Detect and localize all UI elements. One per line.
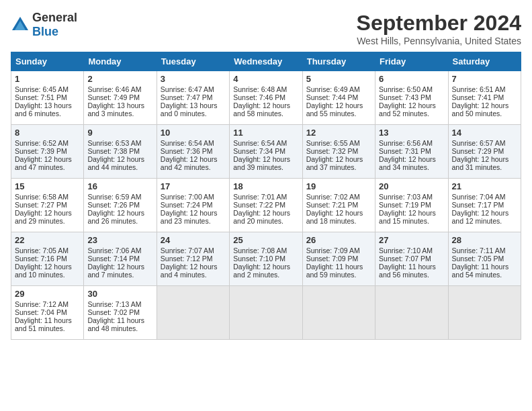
daylight-label: Daylight: 12 hours and 7 minutes. [87, 263, 144, 279]
daylight-label: Daylight: 12 hours and 20 minutes. [233, 209, 290, 225]
calendar-body: 1 Sunrise: 6:45 AM Sunset: 7:51 PM Dayli… [11, 71, 521, 340]
daylight-label: Daylight: 12 hours and 39 minutes. [233, 155, 290, 171]
calendar-cell: 25 Sunrise: 7:08 AM Sunset: 7:10 PM Dayl… [230, 232, 302, 286]
calendar-table: SundayMondayTuesdayWednesdayThursdayFrid… [11, 52, 521, 340]
sunrise-label: Sunrise: 6:49 AM [306, 85, 360, 93]
calendar-cell: 9 Sunrise: 6:53 AM Sunset: 7:38 PM Dayli… [84, 125, 157, 179]
day-number: 16 [87, 181, 152, 191]
calendar-cell: 20 Sunrise: 7:03 AM Sunset: 7:19 PM Dayl… [375, 179, 448, 232]
sunset-label: Sunset: 7:27 PM [15, 201, 67, 209]
sunset-label: Sunset: 7:19 PM [379, 201, 431, 209]
calendar-cell: 24 Sunrise: 7:07 AM Sunset: 7:12 PM Dayl… [157, 232, 229, 286]
page-header: General Blue September 2024 West Hills, … [11, 11, 521, 46]
day-number: 15 [15, 181, 80, 191]
day-number: 12 [306, 128, 371, 138]
location: West Hills, Pennsylvania, United States [357, 36, 521, 46]
daylight-label: Daylight: 12 hours and 4 minutes. [161, 263, 218, 279]
daylight-label: Daylight: 11 hours and 48 minutes. [87, 316, 144, 332]
sunrise-label: Sunrise: 6:54 AM [161, 139, 214, 147]
day-number: 8 [15, 128, 80, 138]
sunset-label: Sunset: 7:02 PM [87, 308, 140, 316]
daylight-label: Daylight: 11 hours and 56 minutes. [379, 263, 436, 279]
daylight-label: Daylight: 12 hours and 47 minutes. [15, 155, 72, 171]
calendar-cell: 17 Sunrise: 7:00 AM Sunset: 7:24 PM Dayl… [157, 179, 229, 232]
day-number: 24 [161, 235, 226, 245]
sunset-label: Sunset: 7:49 PM [87, 93, 140, 101]
day-number: 5 [306, 74, 371, 84]
calendar-cell: 21 Sunrise: 7:04 AM Sunset: 7:17 PM Dayl… [448, 179, 521, 232]
calendar-cell: 18 Sunrise: 7:01 AM Sunset: 7:22 PM Dayl… [230, 179, 302, 232]
sunrise-label: Sunrise: 7:05 AM [15, 246, 69, 255]
sunrise-label: Sunrise: 6:58 AM [15, 193, 69, 201]
calendar-header-row: SundayMondayTuesdayWednesdayThursdayFrid… [11, 52, 521, 71]
daylight-label: Daylight: 12 hours and 2 minutes. [233, 263, 290, 279]
day-number: 21 [452, 181, 517, 191]
calendar-cell: 22 Sunrise: 7:05 AM Sunset: 7:16 PM Dayl… [11, 232, 84, 286]
daylight-label: Daylight: 12 hours and 10 minutes. [15, 263, 72, 279]
sunrise-label: Sunrise: 6:45 AM [15, 85, 69, 93]
daylight-label: Daylight: 11 hours and 54 minutes. [452, 263, 509, 279]
calendar-cell: 12 Sunrise: 6:55 AM Sunset: 7:32 PM Dayl… [302, 125, 375, 179]
sunset-label: Sunset: 7:07 PM [379, 255, 431, 263]
day-number: 26 [306, 235, 371, 245]
sunset-label: Sunset: 7:47 PM [161, 93, 213, 101]
calendar-cell: 3 Sunrise: 6:47 AM Sunset: 7:47 PM Dayli… [157, 71, 229, 125]
sunset-label: Sunset: 7:17 PM [452, 201, 504, 209]
daylight-label: Daylight: 13 hours and 0 minutes. [161, 101, 218, 118]
daylight-label: Daylight: 12 hours and 58 minutes. [233, 101, 290, 118]
day-number: 13 [379, 128, 444, 138]
calendar-cell [375, 286, 448, 340]
day-number: 6 [379, 74, 444, 84]
calendar-cell: 4 Sunrise: 6:48 AM Sunset: 7:46 PM Dayli… [230, 71, 302, 125]
sunrise-label: Sunrise: 7:13 AM [87, 300, 141, 308]
sunset-label: Sunset: 7:22 PM [233, 201, 285, 209]
calendar-cell: 8 Sunrise: 6:52 AM Sunset: 7:39 PM Dayli… [11, 125, 84, 179]
calendar-day-header: Sunday [11, 52, 84, 71]
sunset-label: Sunset: 7:10 PM [233, 255, 285, 263]
calendar-cell: 28 Sunrise: 7:11 AM Sunset: 7:05 PM Dayl… [448, 232, 521, 286]
sunrise-label: Sunrise: 7:08 AM [233, 246, 287, 255]
sunrise-label: Sunrise: 6:53 AM [87, 139, 141, 147]
daylight-label: Daylight: 12 hours and 52 minutes. [379, 101, 436, 118]
calendar-day-header: Monday [84, 52, 157, 71]
daylight-label: Daylight: 12 hours and 50 minutes. [452, 101, 509, 118]
daylight-label: Daylight: 12 hours and 34 minutes. [379, 155, 436, 171]
daylight-label: Daylight: 12 hours and 23 minutes. [161, 209, 218, 225]
sunset-label: Sunset: 7:51 PM [15, 93, 67, 101]
sunrise-label: Sunrise: 7:01 AM [233, 193, 287, 201]
calendar-cell: 6 Sunrise: 6:50 AM Sunset: 7:43 PM Dayli… [375, 71, 448, 125]
calendar-cell: 13 Sunrise: 6:56 AM Sunset: 7:31 PM Dayl… [375, 125, 448, 179]
sunrise-label: Sunrise: 6:50 AM [379, 85, 433, 93]
sunset-label: Sunset: 7:32 PM [306, 147, 359, 155]
day-number: 1 [15, 74, 80, 84]
calendar-cell: 15 Sunrise: 6:58 AM Sunset: 7:27 PM Dayl… [11, 179, 84, 232]
daylight-label: Daylight: 12 hours and 55 minutes. [306, 101, 363, 118]
day-number: 10 [161, 128, 226, 138]
logo: General Blue [11, 11, 77, 39]
daylight-label: Daylight: 12 hours and 15 minutes. [379, 209, 436, 225]
daylight-label: Daylight: 12 hours and 37 minutes. [306, 155, 363, 171]
sunrise-label: Sunrise: 6:47 AM [161, 85, 214, 93]
calendar-week-row: 1 Sunrise: 6:45 AM Sunset: 7:51 PM Dayli… [11, 71, 521, 125]
title-block: September 2024 West Hills, Pennsylvania,… [357, 11, 521, 46]
calendar-week-row: 15 Sunrise: 6:58 AM Sunset: 7:27 PM Dayl… [11, 179, 521, 232]
calendar-cell [230, 286, 302, 340]
sunset-label: Sunset: 7:46 PM [233, 93, 285, 101]
sunrise-label: Sunrise: 7:12 AM [15, 300, 69, 308]
calendar-cell: 26 Sunrise: 7:09 AM Sunset: 7:09 PM Dayl… [302, 232, 375, 286]
sunset-label: Sunset: 7:24 PM [161, 201, 213, 209]
day-number: 14 [452, 128, 517, 138]
calendar-day-header: Friday [375, 52, 448, 71]
day-number: 27 [379, 235, 444, 245]
sunrise-label: Sunrise: 6:56 AM [379, 139, 433, 147]
day-number: 20 [379, 181, 444, 191]
sunrise-label: Sunrise: 6:51 AM [452, 85, 506, 93]
day-number: 9 [87, 128, 152, 138]
calendar-cell [302, 286, 375, 340]
daylight-label: Daylight: 12 hours and 12 minutes. [452, 209, 509, 225]
day-number: 18 [233, 181, 298, 191]
sunset-label: Sunset: 7:31 PM [379, 147, 431, 155]
daylight-label: Daylight: 11 hours and 51 minutes. [15, 316, 72, 332]
sunrise-label: Sunrise: 7:10 AM [379, 246, 433, 255]
day-number: 17 [161, 181, 226, 191]
